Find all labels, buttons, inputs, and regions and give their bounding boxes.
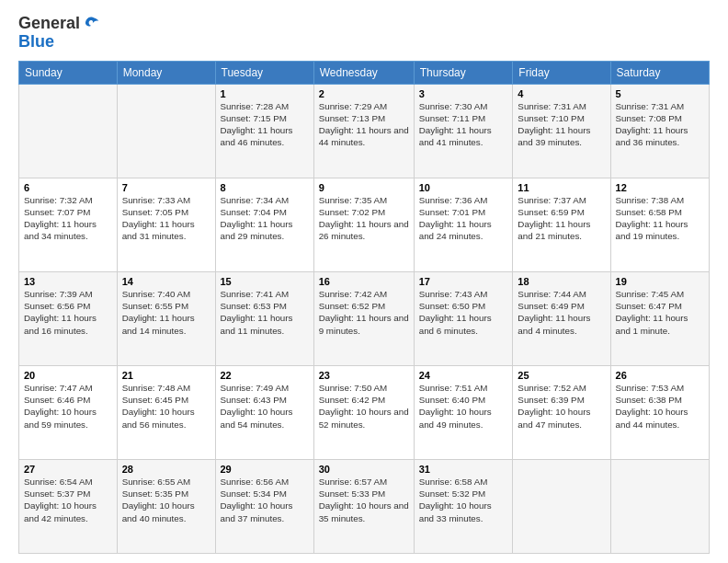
day-info: Sunrise: 7:53 AMSunset: 6:38 PMDaylight:… — [616, 382, 704, 431]
day-number: 19 — [616, 276, 704, 287]
day-cell: 17Sunrise: 7:43 AMSunset: 6:50 PMDayligh… — [414, 271, 513, 365]
day-number: 21 — [122, 370, 210, 381]
day-cell: 15Sunrise: 7:41 AMSunset: 6:53 PMDayligh… — [215, 271, 313, 365]
day-info: Sunrise: 7:32 AMSunset: 7:07 PMDaylight:… — [24, 194, 112, 243]
day-number: 28 — [122, 464, 210, 475]
logo-general: General — [18, 15, 80, 33]
day-number: 14 — [122, 276, 210, 287]
day-cell: 24Sunrise: 7:51 AMSunset: 6:40 PMDayligh… — [414, 365, 513, 459]
day-cell — [513, 459, 610, 553]
day-cell: 7Sunrise: 7:33 AMSunset: 7:05 PMDaylight… — [117, 178, 215, 271]
logo-blue: Blue — [18, 33, 100, 52]
calendar-page: General Blue SundayMondayTuesdayWednesda… — [0, 0, 728, 563]
day-number: 7 — [122, 182, 210, 193]
day-info: Sunrise: 6:58 AMSunset: 5:32 PMDaylight:… — [419, 476, 508, 524]
day-cell: 12Sunrise: 7:38 AMSunset: 6:58 PMDayligh… — [610, 178, 709, 271]
logo-bird-icon — [82, 15, 100, 33]
day-number: 8 — [221, 182, 309, 193]
day-number: 6 — [24, 182, 112, 193]
day-info: Sunrise: 7:48 AMSunset: 6:45 PMDaylight:… — [122, 382, 210, 431]
day-cell: 10Sunrise: 7:36 AMSunset: 7:01 PMDayligh… — [414, 178, 513, 271]
day-number: 20 — [24, 370, 112, 381]
day-cell: 16Sunrise: 7:42 AMSunset: 6:52 PMDayligh… — [313, 271, 414, 365]
day-number: 9 — [319, 182, 409, 193]
day-number: 25 — [518, 370, 605, 381]
day-info: Sunrise: 7:36 AMSunset: 7:01 PMDaylight:… — [419, 194, 508, 243]
day-cell — [610, 459, 709, 553]
day-number: 11 — [518, 182, 605, 193]
day-cell: 22Sunrise: 7:49 AMSunset: 6:43 PMDayligh… — [215, 365, 313, 459]
day-cell: 30Sunrise: 6:57 AMSunset: 5:33 PMDayligh… — [313, 459, 414, 553]
day-cell: 25Sunrise: 7:52 AMSunset: 6:39 PMDayligh… — [513, 365, 610, 459]
day-info: Sunrise: 6:56 AMSunset: 5:34 PMDaylight:… — [221, 476, 309, 524]
day-number: 30 — [319, 464, 409, 475]
day-cell: 6Sunrise: 7:32 AMSunset: 7:07 PMDaylight… — [19, 178, 118, 271]
week-row-1: 1Sunrise: 7:28 AMSunset: 7:15 PMDaylight… — [19, 84, 710, 178]
day-number: 22 — [221, 370, 309, 381]
day-cell: 1Sunrise: 7:28 AMSunset: 7:15 PMDaylight… — [215, 84, 313, 178]
day-number: 15 — [221, 276, 309, 287]
day-info: Sunrise: 7:45 AMSunset: 6:47 PMDaylight:… — [616, 288, 704, 337]
day-cell — [117, 84, 215, 178]
day-number: 13 — [24, 276, 112, 287]
day-cell: 4Sunrise: 7:31 AMSunset: 7:10 PMDaylight… — [513, 84, 610, 178]
week-row-5: 27Sunrise: 6:54 AMSunset: 5:37 PMDayligh… — [19, 459, 710, 553]
day-cell: 19Sunrise: 7:45 AMSunset: 6:47 PMDayligh… — [610, 271, 709, 365]
day-number: 31 — [419, 464, 508, 475]
day-info: Sunrise: 7:41 AMSunset: 6:53 PMDaylight:… — [221, 288, 309, 337]
day-info: Sunrise: 7:37 AMSunset: 6:59 PMDaylight:… — [518, 194, 605, 243]
week-row-2: 6Sunrise: 7:32 AMSunset: 7:07 PMDaylight… — [19, 178, 710, 271]
weekday-header-row: SundayMondayTuesdayWednesdayThursdayFrid… — [19, 61, 710, 84]
day-number: 4 — [518, 88, 605, 99]
day-info: Sunrise: 7:28 AMSunset: 7:15 PMDaylight:… — [221, 100, 309, 149]
day-number: 23 — [319, 370, 409, 381]
day-info: Sunrise: 7:34 AMSunset: 7:04 PMDaylight:… — [221, 194, 309, 243]
weekday-friday: Friday — [513, 61, 610, 84]
weekday-saturday: Saturday — [610, 61, 709, 84]
day-cell: 8Sunrise: 7:34 AMSunset: 7:04 PMDaylight… — [215, 178, 313, 271]
day-number: 24 — [419, 370, 508, 381]
day-number: 18 — [518, 276, 605, 287]
day-cell: 31Sunrise: 6:58 AMSunset: 5:32 PMDayligh… — [414, 459, 513, 553]
day-cell: 28Sunrise: 6:55 AMSunset: 5:35 PMDayligh… — [117, 459, 215, 553]
day-info: Sunrise: 7:50 AMSunset: 6:42 PMDaylight:… — [319, 382, 409, 431]
day-cell: 18Sunrise: 7:44 AMSunset: 6:49 PMDayligh… — [513, 271, 610, 365]
day-cell: 9Sunrise: 7:35 AMSunset: 7:02 PMDaylight… — [313, 178, 414, 271]
day-info: Sunrise: 7:43 AMSunset: 6:50 PMDaylight:… — [419, 288, 508, 337]
day-number: 29 — [221, 464, 309, 475]
day-cell: 13Sunrise: 7:39 AMSunset: 6:56 PMDayligh… — [19, 271, 118, 365]
day-number: 1 — [221, 88, 309, 99]
day-cell: 21Sunrise: 7:48 AMSunset: 6:45 PMDayligh… — [117, 365, 215, 459]
day-cell: 23Sunrise: 7:50 AMSunset: 6:42 PMDayligh… — [313, 365, 414, 459]
day-info: Sunrise: 6:57 AMSunset: 5:33 PMDaylight:… — [319, 476, 409, 524]
week-row-3: 13Sunrise: 7:39 AMSunset: 6:56 PMDayligh… — [19, 271, 710, 365]
day-info: Sunrise: 7:35 AMSunset: 7:02 PMDaylight:… — [319, 194, 409, 243]
day-number: 5 — [616, 88, 704, 99]
day-info: Sunrise: 7:39 AMSunset: 6:56 PMDaylight:… — [24, 288, 112, 337]
day-info: Sunrise: 7:40 AMSunset: 6:55 PMDaylight:… — [122, 288, 210, 337]
day-info: Sunrise: 7:30 AMSunset: 7:11 PMDaylight:… — [419, 100, 508, 149]
day-cell: 20Sunrise: 7:47 AMSunset: 6:46 PMDayligh… — [19, 365, 118, 459]
day-info: Sunrise: 7:33 AMSunset: 7:05 PMDaylight:… — [122, 194, 210, 243]
day-cell — [19, 84, 118, 178]
day-number: 12 — [616, 182, 704, 193]
day-cell: 5Sunrise: 7:31 AMSunset: 7:08 PMDaylight… — [610, 84, 709, 178]
day-info: Sunrise: 7:29 AMSunset: 7:13 PMDaylight:… — [319, 100, 409, 149]
day-number: 16 — [319, 276, 409, 287]
day-info: Sunrise: 7:51 AMSunset: 6:40 PMDaylight:… — [419, 382, 508, 431]
day-info: Sunrise: 7:38 AMSunset: 6:58 PMDaylight:… — [616, 194, 704, 243]
weekday-wednesday: Wednesday — [313, 61, 414, 84]
weekday-thursday: Thursday — [414, 61, 513, 84]
weekday-tuesday: Tuesday — [215, 61, 313, 84]
day-info: Sunrise: 7:31 AMSunset: 7:08 PMDaylight:… — [616, 100, 704, 149]
day-info: Sunrise: 7:42 AMSunset: 6:52 PMDaylight:… — [319, 288, 409, 337]
day-cell: 2Sunrise: 7:29 AMSunset: 7:13 PMDaylight… — [313, 84, 414, 178]
day-number: 10 — [419, 182, 508, 193]
day-number: 26 — [616, 370, 704, 381]
day-info: Sunrise: 7:44 AMSunset: 6:49 PMDaylight:… — [518, 288, 605, 337]
logo: General Blue — [18, 15, 100, 52]
day-info: Sunrise: 6:54 AMSunset: 5:37 PMDaylight:… — [24, 476, 112, 524]
day-cell: 3Sunrise: 7:30 AMSunset: 7:11 PMDaylight… — [414, 84, 513, 178]
day-info: Sunrise: 7:52 AMSunset: 6:39 PMDaylight:… — [518, 382, 605, 431]
header: General Blue — [18, 15, 710, 52]
